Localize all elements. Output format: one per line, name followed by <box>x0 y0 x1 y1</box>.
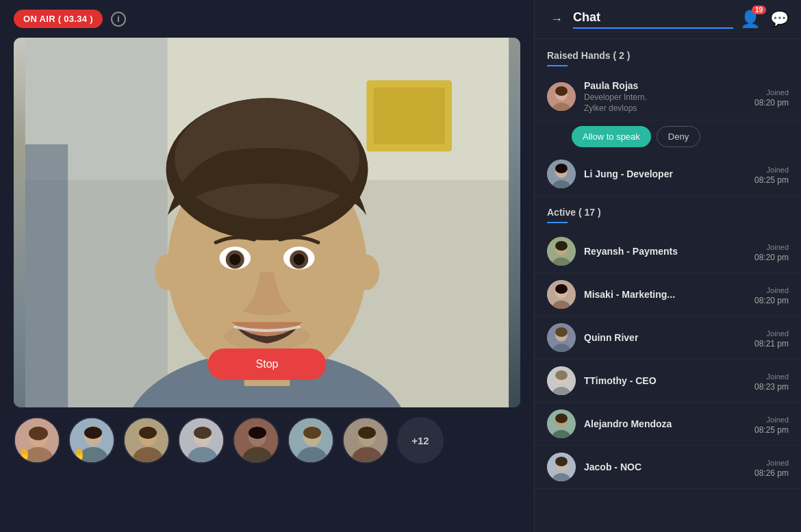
participant-name-timothy: TTimothy - CEO <box>584 375 746 386</box>
svg-point-27 <box>84 427 102 439</box>
join-time-paula: 08:20 pm <box>754 98 789 107</box>
active-divider <box>547 222 568 223</box>
raised-hands-divider <box>547 65 568 66</box>
stop-button[interactable]: Stop <box>208 349 327 380</box>
joined-label-lijung: Joined <box>767 166 789 174</box>
participant-row-alejandro: Alejandro Mendoza Joined 08:25 pm <box>535 403 801 446</box>
strip-avatar-7[interactable] <box>342 417 389 464</box>
join-time-jacob: 08:26 pm <box>754 468 789 478</box>
svg-point-13 <box>229 254 241 266</box>
avatar-paula <box>547 82 576 111</box>
svg-point-17 <box>225 322 310 351</box>
participant-name-reyansh: Reyansh - Payments <box>584 246 746 257</box>
joined-label-quinn: Joined <box>767 329 789 338</box>
avatar-lijung <box>547 160 576 188</box>
participant-info-lijung: Li Jung - Developer <box>584 168 746 179</box>
joined-label-alejandro: Joined <box>767 416 789 424</box>
svg-point-35 <box>194 427 212 439</box>
join-time-alejandro: 08:25 pm <box>754 425 789 435</box>
participant-name-misaki: Misaki - Marketing... <box>584 289 746 300</box>
svg-point-23 <box>29 427 48 440</box>
participant-row-reyansh: Reyansh - Payments Joined 08:20 pm <box>535 230 801 273</box>
svg-point-59 <box>555 241 568 251</box>
strip-avatar-1[interactable]: 🤚 <box>14 417 60 464</box>
participant-role-paula: Developer Intern. <box>584 92 746 102</box>
info-icon[interactable]: i <box>111 12 126 27</box>
strip-avatar-4[interactable] <box>178 417 225 464</box>
participant-org-paula: Zylker devlops <box>584 103 746 113</box>
joined-label-misaki: Joined <box>767 286 789 294</box>
avatar-quinn <box>547 323 576 352</box>
participant-meta-reyansh: Joined 08:20 pm <box>754 240 789 262</box>
participant-meta-misaki: Joined 08:20 pm <box>754 283 789 305</box>
participant-row-quinn: Quinn River Joined 08:21 pm <box>535 316 801 359</box>
participant-meta-alejandro: Joined 08:25 pm <box>754 413 789 435</box>
participant-meta-lijung: Joined 08:25 pm <box>754 163 789 185</box>
participant-row-jacob: Jacob - NOC Joined 08:26 pm <box>535 446 801 489</box>
header-icons: 👤 19 💬 <box>740 10 789 29</box>
back-arrow[interactable]: → <box>547 10 566 29</box>
chat-bubble-icon[interactable]: 💬 <box>770 10 789 28</box>
avatar-reyansh <box>547 237 576 266</box>
svg-point-18 <box>155 255 180 290</box>
participant-name-lijung: Li Jung - Developer <box>584 168 746 179</box>
joined-label-timothy: Joined <box>767 372 789 381</box>
participant-info-paula: Paula Rojas Developer Intern. Zylker dev… <box>584 80 746 113</box>
participant-info-alejandro: Alejandro Mendoza <box>584 418 746 429</box>
participant-info-reyansh: Reyansh - Payments <box>584 246 746 257</box>
svg-point-71 <box>555 370 568 380</box>
svg-point-55 <box>555 164 568 173</box>
top-bar: ON AIR ( 03.34 ) i <box>0 0 534 38</box>
svg-point-79 <box>555 457 568 466</box>
svg-point-47 <box>358 427 376 439</box>
svg-point-31 <box>139 427 157 439</box>
participant-name-paula: Paula Rojas <box>584 80 746 91</box>
deny-button[interactable]: Deny <box>657 126 700 147</box>
svg-point-67 <box>555 327 568 337</box>
participant-name-quinn: Quinn River <box>584 332 746 343</box>
right-panel: → Chat 👤 19 💬 Raised Hands ( 2 ) <box>534 0 801 532</box>
left-panel: ON AIR ( 03.34 ) i <box>0 0 534 532</box>
svg-rect-3 <box>374 88 445 144</box>
participant-row-lijung: Li Jung - Developer Joined 08:25 pm <box>535 153 801 196</box>
joined-label-jacob: Joined <box>767 459 789 467</box>
participants-strip: 🤚 🤚 <box>0 407 534 473</box>
participant-row-timothy: TTimothy - CEO Joined 08:23 pm <box>535 359 801 403</box>
joined-label-paula: Joined <box>767 88 789 97</box>
participant-meta-paula: Joined 08:20 pm <box>754 86 789 107</box>
participant-info-jacob: Jacob - NOC <box>584 461 746 472</box>
raised-hands-header: Raised Hands ( 2 ) <box>535 39 801 65</box>
strip-avatar-3[interactable] <box>123 417 170 464</box>
participant-meta-quinn: Joined 08:21 pm <box>754 327 789 349</box>
join-time-quinn: 08:21 pm <box>754 339 789 349</box>
strip-avatar-6[interactable] <box>288 417 334 464</box>
join-time-lijung: 08:25 pm <box>754 175 789 185</box>
join-time-misaki: 08:20 pm <box>754 296 789 305</box>
participant-info-timothy: TTimothy - CEO <box>584 375 746 386</box>
svg-point-51 <box>555 86 568 96</box>
svg-point-16 <box>293 254 305 266</box>
video-container: Stop <box>14 38 520 407</box>
allow-speak-button[interactable]: Allow to speak <box>572 126 651 147</box>
people-icon-button[interactable]: 👤 19 <box>740 10 761 29</box>
participant-badge: 19 <box>752 5 766 14</box>
more-count[interactable]: +12 <box>397 417 444 464</box>
join-time-reyansh: 08:20 pm <box>754 253 789 262</box>
participant-name-jacob: Jacob - NOC <box>584 461 746 472</box>
avatar-jacob <box>547 453 576 481</box>
avatar-misaki <box>547 280 576 309</box>
participant-row-paula: Paula Rojas Developer Intern. Zylker dev… <box>535 73 801 121</box>
on-air-badge: ON AIR ( 03.34 ) <box>14 10 103 28</box>
participants-list: Raised Hands ( 2 ) Paula Rojas Developer… <box>535 39 801 532</box>
chat-title[interactable]: Chat <box>573 10 733 29</box>
participant-row-misaki: Misaki - Marketing... Joined 08:20 pm <box>535 273 801 316</box>
participant-meta-jacob: Joined 08:26 pm <box>754 456 789 478</box>
svg-point-19 <box>354 255 379 290</box>
strip-avatar-2[interactable]: 🤚 <box>68 417 115 464</box>
svg-point-43 <box>303 427 321 439</box>
svg-point-75 <box>555 414 568 423</box>
participant-name-alejandro: Alejandro Mendoza <box>584 418 746 429</box>
join-time-timothy: 08:23 pm <box>754 382 789 392</box>
strip-avatar-5[interactable] <box>233 417 279 464</box>
chat-header: → Chat 👤 19 💬 <box>535 0 801 39</box>
